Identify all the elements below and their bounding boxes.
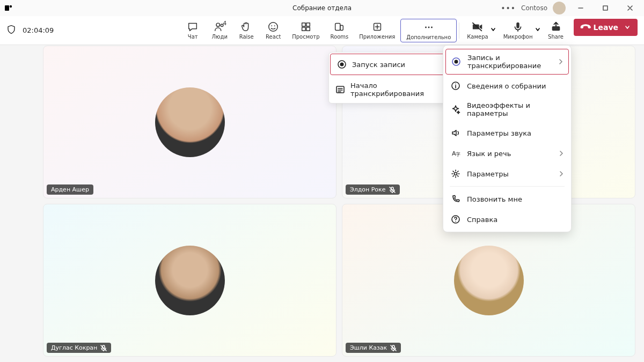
more-icon bbox=[423, 21, 435, 33]
people-button[interactable]: 4 Люди bbox=[206, 19, 233, 42]
language-speech-item[interactable]: A字 Язык и речь bbox=[443, 143, 571, 164]
camera-button[interactable]: Камера bbox=[462, 19, 493, 42]
title-bar: Собрание отдела ••• Contoso bbox=[0, 0, 644, 16]
call-me-label: Позвонить мне bbox=[467, 195, 522, 203]
close-window-button[interactable] bbox=[620, 0, 640, 16]
more-button[interactable]: Дополнительно bbox=[400, 19, 457, 42]
rooms-label: Rooms bbox=[331, 34, 349, 40]
minimize-button[interactable] bbox=[571, 0, 590, 16]
language-icon: A字 bbox=[451, 149, 460, 158]
participant-name: Арден Ашер bbox=[51, 186, 89, 193]
record-icon bbox=[451, 57, 461, 67]
react-button[interactable]: React bbox=[260, 19, 287, 42]
svg-rect-12 bbox=[335, 23, 340, 30]
avatar bbox=[155, 246, 225, 315]
participant-name: Дуглас Кокран bbox=[51, 344, 97, 351]
menu-divider bbox=[450, 186, 565, 187]
name-tag: Эшли Казак bbox=[346, 343, 401, 353]
name-tag: Элдон Роке bbox=[346, 184, 400, 195]
user-avatar[interactable] bbox=[553, 2, 566, 14]
help-label: Справка bbox=[467, 216, 497, 224]
settings-item[interactable]: Параметры bbox=[443, 164, 571, 184]
svg-point-7 bbox=[274, 25, 275, 26]
audio-settings-label: Параметры звука bbox=[467, 129, 531, 137]
people-label: Люди bbox=[212, 34, 228, 40]
name-tag: Дуглас Кокран bbox=[47, 343, 111, 353]
record-icon bbox=[337, 60, 347, 69]
mic-button[interactable]: Микрофон bbox=[498, 19, 538, 42]
rooms-icon bbox=[333, 21, 345, 33]
raise-hand-button[interactable]: Raise bbox=[233, 19, 260, 42]
teams-logo-icon bbox=[4, 4, 13, 12]
help-item[interactable]: Справка bbox=[443, 209, 571, 230]
recording-submenu: Запуск записи Начало транскрибирования bbox=[328, 52, 447, 104]
title-more-icon[interactable]: ••• bbox=[501, 4, 516, 12]
svg-rect-0 bbox=[5, 5, 9, 11]
apps-icon bbox=[371, 21, 383, 33]
more-label: Дополнительно bbox=[406, 34, 451, 40]
start-recording-item[interactable]: Запуск записи bbox=[330, 54, 445, 75]
avatar bbox=[454, 246, 524, 315]
apps-button[interactable]: Приложения bbox=[354, 19, 400, 42]
meeting-info-label: Сведения о собрании bbox=[467, 82, 546, 90]
svg-rect-8 bbox=[302, 23, 305, 26]
start-transcription-item[interactable]: Начало транскрибирования bbox=[329, 76, 446, 103]
svg-rect-2 bbox=[603, 6, 608, 10]
svg-rect-13 bbox=[340, 25, 343, 30]
react-label: React bbox=[266, 34, 281, 40]
hand-icon bbox=[240, 21, 252, 33]
divider bbox=[459, 23, 459, 39]
transcript-icon bbox=[335, 85, 345, 94]
settings-label: Параметры bbox=[467, 170, 509, 178]
camera-label: Камера bbox=[467, 34, 488, 40]
meeting-info-item[interactable]: Сведения о собрании bbox=[443, 76, 571, 96]
mic-muted-icon bbox=[100, 345, 107, 351]
org-name: Contoso bbox=[521, 4, 547, 12]
svg-point-31 bbox=[455, 60, 458, 64]
participant-tile[interactable]: Дуглас Кокран bbox=[43, 204, 336, 357]
info-icon bbox=[451, 81, 460, 91]
video-effects-item[interactable]: Видеоэффекты и параметры bbox=[443, 96, 571, 123]
share-label: Share bbox=[548, 34, 564, 40]
speaker-icon bbox=[451, 128, 460, 138]
name-tag: Арден Ашер bbox=[47, 184, 93, 195]
mic-icon bbox=[512, 21, 524, 33]
share-button[interactable]: Share bbox=[543, 19, 569, 42]
chevron-right-icon bbox=[559, 58, 563, 66]
meeting-title: Собрание отдела bbox=[292, 4, 352, 12]
call-me-item[interactable]: Позвонить мне bbox=[443, 189, 571, 209]
rooms-button[interactable]: Rooms bbox=[325, 19, 354, 42]
chat-button[interactable]: Чат bbox=[179, 19, 206, 42]
svg-point-16 bbox=[428, 26, 429, 28]
view-label: Просмотр bbox=[292, 34, 319, 40]
mic-muted-icon bbox=[390, 345, 397, 351]
chat-icon bbox=[187, 21, 199, 33]
sparkle-icon bbox=[451, 105, 460, 114]
svg-rect-19 bbox=[516, 22, 519, 28]
phone-icon bbox=[451, 194, 460, 204]
share-icon bbox=[550, 21, 562, 33]
help-icon bbox=[451, 215, 460, 224]
start-recording-label: Запуск записи bbox=[352, 61, 405, 69]
chevron-right-icon bbox=[559, 170, 564, 178]
mic-label: Микрофон bbox=[503, 34, 533, 40]
svg-rect-11 bbox=[306, 27, 310, 30]
leave-label: Leave bbox=[594, 23, 618, 32]
svg-point-35 bbox=[455, 173, 457, 175]
view-button[interactable]: Просмотр bbox=[287, 19, 325, 42]
gear-icon bbox=[451, 169, 460, 179]
video-effects-label: Видеоэффекты и параметры bbox=[467, 101, 564, 117]
audio-settings-item[interactable]: Параметры звука bbox=[443, 123, 571, 143]
record-transcribe-item[interactable]: Запись и транскрибирование bbox=[445, 49, 569, 75]
grid-icon bbox=[300, 21, 312, 33]
start-transcription-label: Начало транскрибирования bbox=[350, 82, 440, 98]
svg-rect-10 bbox=[302, 27, 305, 30]
maximize-button[interactable] bbox=[596, 0, 615, 16]
participant-tile[interactable]: Арден Ашер bbox=[43, 46, 336, 198]
avatar bbox=[155, 87, 225, 157]
svg-rect-9 bbox=[306, 23, 310, 26]
leave-button[interactable]: Leave bbox=[574, 19, 638, 36]
shield-icon[interactable] bbox=[6, 25, 16, 36]
emoji-icon bbox=[267, 21, 279, 33]
camera-off-icon bbox=[472, 21, 484, 33]
